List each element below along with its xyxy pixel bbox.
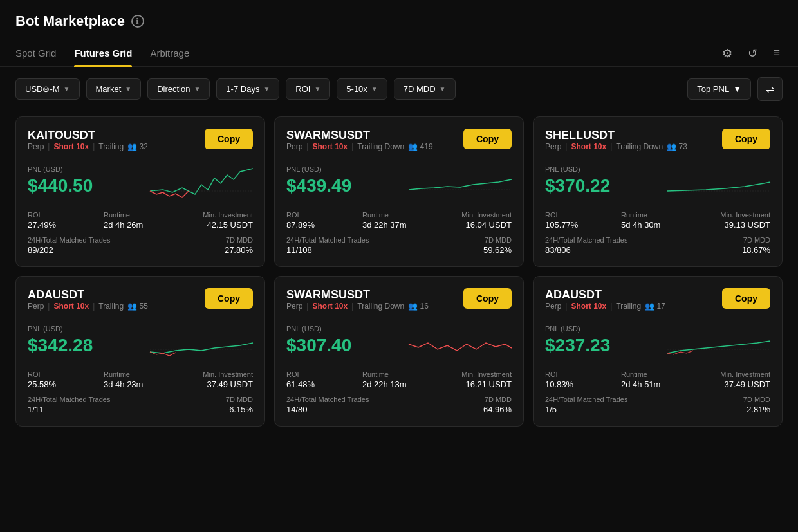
tag-users: 👥 16 bbox=[408, 302, 429, 311]
tab-spot-grid[interactable]: Spot Grid bbox=[15, 40, 56, 66]
tab-futures-grid[interactable]: Futures Grid bbox=[74, 40, 132, 66]
card-tags: Perp | Short 10x | Trailing 👥 32 bbox=[28, 142, 148, 151]
stat-min-inv: Min. Investment 42.15 USDT bbox=[180, 211, 253, 230]
card-title-group: SHELLUSDT Perp | Short 10x | Trailing Do… bbox=[545, 129, 687, 160]
copy-button[interactable]: Copy bbox=[463, 129, 512, 149]
card-shellusdt: SHELLUSDT Perp | Short 10x | Trailing Do… bbox=[533, 116, 783, 267]
stat-runtime: Runtime 3d 4h 23m bbox=[104, 371, 177, 389]
trades-group: 24H/Total Matched Trades 83/806 bbox=[545, 236, 658, 255]
pnl-value: $439.49 bbox=[286, 176, 351, 196]
pnl-value: $440.50 bbox=[28, 176, 93, 196]
card-stats: ROI 61.48% Runtime 2d 22h 13m Min. Inves… bbox=[286, 371, 512, 389]
trades-group: 24H/Total Matched Trades 1/11 bbox=[28, 396, 140, 414]
sort-button[interactable]: Top PNL ▼ bbox=[687, 78, 751, 100]
card-swarmsusdt-2: SWARMSUSDT Perp | Short 10x | Trailing D… bbox=[274, 276, 524, 427]
pnl-section: PNL (USD) $237.23 bbox=[545, 325, 770, 360]
tag-users: 👥 17 bbox=[645, 302, 665, 311]
sort-label: Top PNL bbox=[697, 84, 729, 94]
pnl-group: PNL (USD) $342.28 bbox=[28, 325, 93, 356]
copy-button[interactable]: Copy bbox=[722, 288, 770, 309]
card-header: SHELLUSDT Perp | Short 10x | Trailing Do… bbox=[545, 129, 770, 160]
card-adausdt-2: ADAUSDT Perp | Short 10x | Trailing 👥 17… bbox=[533, 276, 783, 427]
pnl-value: $307.40 bbox=[286, 335, 351, 356]
info-icon[interactable]: ℹ bbox=[131, 15, 144, 28]
card-tags: Perp | Short 10x | Trailing 👥 55 bbox=[28, 302, 148, 311]
settings-icon[interactable]: ⚙ bbox=[719, 44, 735, 63]
chevron-down-icon: ▼ bbox=[125, 86, 131, 93]
mdd-group: 7D MDD 27.80% bbox=[140, 236, 253, 255]
pnl-value: $342.28 bbox=[28, 335, 93, 356]
card-title-group: SWARMSUSDT Perp | Short 10x | Trailing D… bbox=[286, 129, 433, 160]
stat-min-inv: Min. Investment 37.49 USDT bbox=[697, 371, 770, 389]
tag-perp: Perp bbox=[545, 142, 561, 151]
card-swarmsusdt-1: SWARMSUSDT Perp | Short 10x | Trailing D… bbox=[274, 116, 524, 267]
tag-trailing: Trailing bbox=[616, 302, 641, 311]
card-bottom: 24H/Total Matched Trades 1/5 7D MDD 2.81… bbox=[545, 396, 770, 414]
page-header: Bot Marketplace ℹ bbox=[0, 0, 798, 40]
tag-users: 👥 73 bbox=[667, 142, 687, 151]
copy-button[interactable]: Copy bbox=[205, 129, 253, 149]
card-title: ADAUSDT bbox=[545, 288, 665, 302]
tag-short: Short 10x bbox=[571, 302, 606, 311]
cards-grid: KAITOUSDT Perp | Short 10x | Trailing 👥 … bbox=[0, 111, 798, 442]
stat-min-inv: Min. Investment 16.04 USDT bbox=[438, 211, 512, 230]
card-header: ADAUSDT Perp | Short 10x | Trailing 👥 17… bbox=[545, 288, 770, 320]
advanced-filter-icon[interactable]: ⇌ bbox=[757, 77, 783, 101]
pnl-label: PNL (USD) bbox=[545, 325, 610, 333]
card-title-group: ADAUSDT Perp | Short 10x | Trailing 👥 55 bbox=[28, 288, 148, 320]
filter-direction[interactable]: Direction ▼ bbox=[147, 78, 210, 100]
pnl-label: PNL (USD) bbox=[28, 325, 93, 333]
card-bottom: 24H/Total Matched Trades 11/108 7D MDD 5… bbox=[286, 236, 512, 255]
pnl-section: PNL (USD) $342.28 bbox=[28, 325, 253, 360]
copy-button[interactable]: Copy bbox=[205, 288, 253, 309]
mdd-group: 7D MDD 6.15% bbox=[140, 396, 253, 414]
tab-icon-group: ⚙ ↺ ≡ bbox=[719, 44, 783, 63]
pnl-label: PNL (USD) bbox=[28, 165, 93, 173]
copy-button[interactable]: Copy bbox=[722, 129, 770, 149]
tag-trailing: Trailing Down bbox=[616, 142, 663, 151]
card-stats: ROI 87.89% Runtime 3d 22h 37m Min. Inves… bbox=[286, 211, 512, 230]
filter-roi[interactable]: ROI ▼ bbox=[286, 78, 330, 100]
card-title: SWARMSUSDT bbox=[286, 288, 429, 302]
chart bbox=[667, 325, 770, 360]
filter-usdt-m[interactable]: USD⊛-M ▼ bbox=[15, 78, 80, 100]
filter-direction-label: Direction bbox=[157, 84, 190, 94]
chart bbox=[409, 325, 512, 360]
chart bbox=[667, 165, 770, 201]
tag-users: 👥 32 bbox=[127, 142, 148, 151]
tab-arbitrage[interactable]: Arbitrage bbox=[150, 40, 189, 66]
pnl-group: PNL (USD) $307.40 bbox=[286, 325, 351, 356]
pnl-value: $237.23 bbox=[545, 335, 610, 356]
list-icon[interactable]: ≡ bbox=[770, 44, 783, 62]
filter-days[interactable]: 1-7 Days ▼ bbox=[216, 78, 279, 100]
card-adausdt-1: ADAUSDT Perp | Short 10x | Trailing 👥 55… bbox=[15, 276, 265, 427]
pnl-section: PNL (USD) $370.22 bbox=[545, 165, 770, 201]
refresh-icon[interactable]: ↺ bbox=[745, 44, 760, 63]
filter-market-label: Market bbox=[96, 84, 122, 94]
tag-users: 👥 419 bbox=[408, 142, 432, 151]
card-tags: Perp | Short 10x | Trailing Down 👥 16 bbox=[286, 302, 429, 311]
pnl-group: PNL (USD) $439.49 bbox=[286, 165, 351, 196]
tabs-row: Spot Grid Futures Grid Arbitrage ⚙ ↺ ≡ bbox=[0, 40, 798, 67]
stat-runtime: Runtime 5d 4h 30m bbox=[621, 211, 694, 230]
stat-min-inv: Min. Investment 39.13 USDT bbox=[697, 211, 770, 230]
filter-mdd[interactable]: 7D MDD ▼ bbox=[394, 78, 456, 100]
stat-runtime: Runtime 3d 22h 37m bbox=[362, 211, 436, 230]
copy-button[interactable]: Copy bbox=[463, 288, 512, 309]
tag-perp: Perp bbox=[286, 302, 302, 311]
stat-runtime: Runtime 2d 4h 51m bbox=[621, 371, 694, 389]
card-tags: Perp | Short 10x | Trailing Down 👥 419 bbox=[286, 142, 433, 151]
tag-perp: Perp bbox=[286, 142, 302, 151]
chevron-down-icon: ▼ bbox=[314, 86, 320, 93]
filter-mdd-label: 7D MDD bbox=[404, 84, 436, 94]
pnl-label: PNL (USD) bbox=[545, 165, 610, 173]
card-title: SHELLUSDT bbox=[545, 129, 687, 142]
filter-leverage[interactable]: 5-10x ▼ bbox=[337, 78, 387, 100]
filter-market[interactable]: Market ▼ bbox=[86, 78, 142, 100]
stat-roi: ROI 105.77% bbox=[545, 211, 618, 230]
pnl-label: PNL (USD) bbox=[286, 165, 351, 173]
card-kaitousdt: KAITOUSDT Perp | Short 10x | Trailing 👥 … bbox=[15, 116, 265, 267]
tag-users: 👥 55 bbox=[127, 302, 148, 311]
stat-roi: ROI 25.58% bbox=[28, 371, 101, 389]
pnl-section: PNL (USD) $440.50 bbox=[28, 165, 253, 201]
